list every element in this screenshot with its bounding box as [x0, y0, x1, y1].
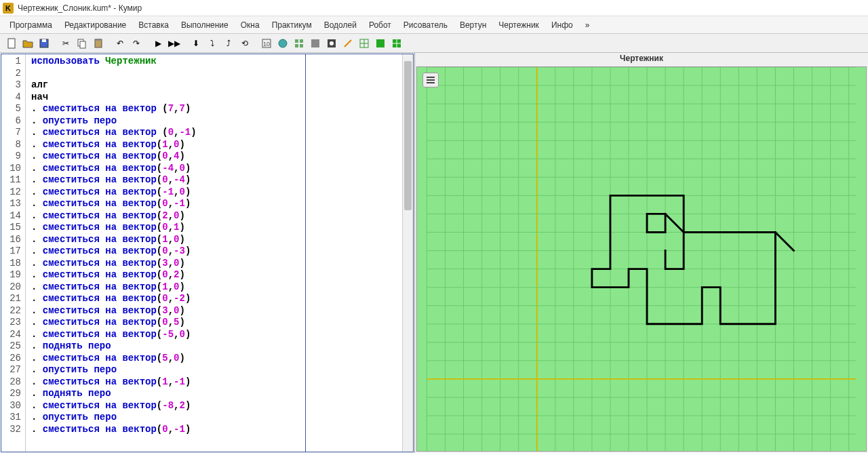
stop-icon[interactable]: ⟲	[237, 36, 252, 51]
step-icon[interactable]: ⬇	[189, 36, 203, 51]
open-file-icon[interactable]	[20, 36, 35, 51]
code-line[interactable]: . сместиться на вектор(0,-1)	[31, 424, 300, 436]
menu-item-11[interactable]: Инфо	[546, 18, 578, 32]
code-line[interactable]: . сместиться на вектор(-4,0)	[31, 163, 300, 175]
code-line[interactable]: . сместиться на вектор(0,-4)	[31, 174, 300, 186]
line-gutter: 1234567891011121314151617181920212223242…	[1, 54, 26, 452]
app-icon: K	[3, 3, 14, 14]
drawing-canvas	[417, 67, 866, 451]
menubar: ПрограммаРедактированиеВставкаВыполнение…	[0, 16, 868, 34]
editor-panel: 1234567891011121314151617181920212223242…	[0, 53, 415, 453]
step-into-icon[interactable]: ⤵	[205, 36, 220, 51]
code-line[interactable]: . сместиться на вектор(0,5)	[31, 317, 300, 329]
menu-item-12[interactable]: »	[580, 18, 595, 32]
code-margin	[306, 54, 402, 452]
undo-icon[interactable]: ↶	[113, 36, 127, 51]
code-line[interactable]: . сместиться на вектор(2,0)	[31, 210, 300, 222]
code-line[interactable]: . опустить перо	[31, 412, 300, 424]
svg-rect-14	[311, 39, 319, 47]
menu-item-6[interactable]: Водолей	[319, 18, 362, 32]
run-icon[interactable]: ▶	[151, 36, 165, 51]
menu-item-7[interactable]: Робот	[363, 18, 397, 32]
toolbar: ✂ ↶ ↷ ▶ ▶▶ ⬇ ⤵ ⤴ ⟲ 10	[0, 34, 868, 53]
menu-item-0[interactable]: Программа	[4, 18, 58, 32]
code-line[interactable]: . опустить перо	[31, 364, 300, 376]
run-fast-icon[interactable]: ▶▶	[167, 36, 182, 51]
svg-rect-13	[300, 44, 303, 47]
code-line[interactable]: использовать Чертежник	[31, 56, 300, 68]
code-line[interactable]: . сместиться на вектор(0,4)	[31, 151, 300, 163]
code-line[interactable]: . сместиться на вектор(1,0)	[31, 281, 300, 294]
tool-3-icon[interactable]	[292, 36, 307, 51]
svg-rect-10	[295, 39, 298, 43]
menu-item-10[interactable]: Чертежник	[493, 18, 545, 32]
code-line[interactable]: . поднять перо	[31, 340, 300, 353]
svg-rect-11	[300, 39, 303, 43]
code-line[interactable]: . сместиться на вектор (0,-1)	[31, 127, 300, 139]
svg-rect-0	[8, 39, 15, 48]
menu-item-3[interactable]: Выполнение	[176, 18, 234, 32]
code-line[interactable]: . сместиться на вектор(-8,2)	[31, 400, 300, 412]
svg-point-9	[279, 39, 287, 47]
window-title: Чертежник_Слоник.kum* - Кумир	[18, 3, 142, 13]
code-line[interactable]: . сместиться на вектор(0,-3)	[31, 245, 300, 258]
code-line[interactable]: . сместиться на вектор(1,-1)	[31, 376, 300, 389]
code-line[interactable]: . сместиться на вектор(1,0)	[31, 234, 300, 246]
menu-item-8[interactable]: Рисователь	[398, 18, 453, 32]
code-line[interactable]: . сместиться на вектор(1,0)	[31, 139, 300, 151]
svg-rect-2	[42, 39, 46, 42]
code-area[interactable]: использовать Чертежник алгнач. сместитьс…	[26, 54, 305, 452]
svg-rect-18	[376, 39, 384, 47]
drawing-panel: Чертежник	[415, 53, 868, 453]
tool-8-icon[interactable]	[373, 36, 388, 51]
save-file-icon[interactable]	[37, 36, 52, 51]
code-line[interactable]: . сместиться на вектор(3,0)	[31, 258, 300, 270]
tool-5-icon[interactable]	[324, 36, 339, 51]
code-line[interactable]	[31, 68, 300, 80]
copy-icon[interactable]	[75, 36, 90, 51]
canvas-container[interactable]	[416, 66, 867, 452]
drawing-title: Чертежник	[415, 53, 868, 65]
code-line[interactable]: . сместиться на вектор(-1,0)	[31, 186, 300, 199]
canvas-menu-button[interactable]	[422, 73, 439, 87]
new-file-icon[interactable]	[4, 36, 19, 51]
titlebar: K Чертежник_Слоник.kum* - Кумир	[0, 0, 868, 16]
code-line[interactable]: . опустить перо	[31, 115, 300, 127]
code-line[interactable]: . сместиться на вектор(3,0)	[31, 305, 300, 317]
code-line[interactable]: . сместиться на вектор(5,0)	[31, 353, 300, 365]
menu-item-4[interactable]: Окна	[235, 18, 265, 32]
menu-item-2[interactable]: Вставка	[133, 18, 174, 32]
step-over-icon[interactable]: ⤴	[221, 36, 236, 51]
code-line[interactable]: алг	[31, 79, 300, 92]
editor-body[interactable]: 1234567891011121314151617181920212223242…	[1, 54, 414, 452]
redo-icon[interactable]: ↷	[129, 36, 144, 51]
tool-9-icon[interactable]	[389, 36, 404, 51]
code-line[interactable]: . сместиться на вектор(-5,0)	[31, 329, 300, 341]
scroll-thumb[interactable]	[404, 61, 412, 210]
tool-4-icon[interactable]	[308, 36, 323, 51]
code-line[interactable]: . сместиться на вектор(0,-1)	[31, 198, 300, 210]
code-line[interactable]: нач	[31, 92, 300, 104]
svg-text:10: 10	[263, 41, 270, 47]
cut-icon[interactable]: ✂	[58, 36, 73, 51]
main-area: 1234567891011121314151617181920212223242…	[0, 53, 868, 453]
code-line[interactable]: . поднять перо	[31, 388, 300, 400]
code-line[interactable]: . сместиться на вектор(0,2)	[31, 269, 300, 281]
tool-6-icon[interactable]	[340, 36, 355, 51]
vertical-scrollbar[interactable]	[402, 54, 413, 452]
svg-rect-4	[80, 41, 85, 48]
paste-icon[interactable]	[91, 36, 106, 51]
code-line[interactable]: . сместиться на вектор(0,-2)	[31, 293, 300, 305]
tool-2-icon[interactable]	[275, 36, 290, 51]
tool-1-icon[interactable]: 10	[259, 36, 274, 51]
svg-point-16	[330, 41, 334, 45]
svg-rect-12	[295, 44, 298, 47]
code-line[interactable]: . сместиться на вектор(0,1)	[31, 222, 300, 234]
menu-item-1[interactable]: Редактирование	[59, 18, 132, 32]
menu-item-5[interactable]: Практикум	[267, 18, 317, 32]
svg-rect-6	[96, 39, 100, 41]
tool-7-icon[interactable]	[357, 36, 372, 51]
menu-item-9[interactable]: Вертун	[454, 18, 492, 32]
code-line[interactable]: . сместиться на вектор (7,7)	[31, 103, 300, 115]
